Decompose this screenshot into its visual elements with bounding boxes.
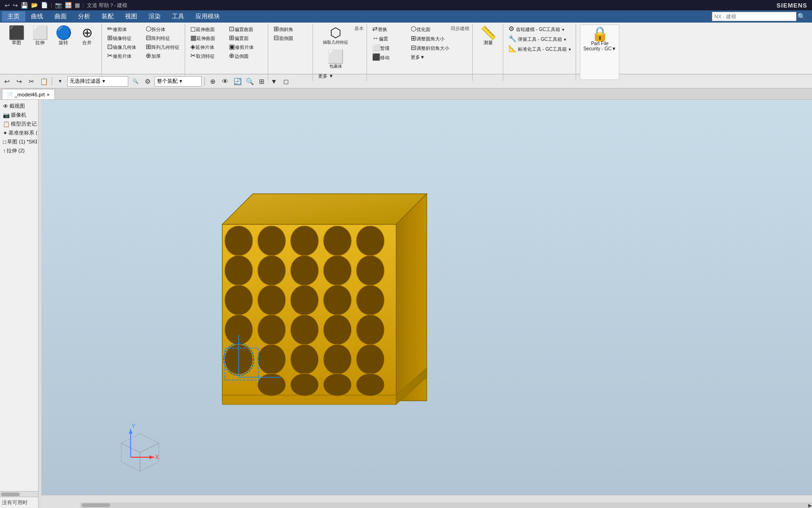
undo-icon[interactable]: ↩ [5,2,10,9]
spring-tool-button[interactable]: 🔧 弹簧工具 - GC工具箱 ▼ [507,34,573,43]
left-hscrollbar[interactable] [0,491,38,497]
more-sync-button[interactable]: 更多▼ [409,54,447,61]
svg-point-31 [356,344,384,374]
wrap-button[interactable]: ⬜ 包裹体 [324,48,347,71]
edge-blend-button[interactable]: ⊕边倒圆 [227,51,265,60]
layout-icon[interactable]: ▦ [75,2,80,8]
face-blend-button[interactable]: ⊟面倒圆 [272,33,310,42]
offset-sync-button[interactable]: ↔偏置 [371,34,408,43]
extract-geometry-button[interactable]: ⬡ 抽取几何特征 [320,24,351,48]
trim-sheet-button[interactable]: ▣修剪片体 [227,42,265,51]
sketch-button[interactable]: ⬛ 草图 [5,24,28,80]
mirror-geometry-button[interactable]: ⊡镜像几何体 [106,42,143,51]
left-hscrollbar-thumb[interactable] [1,492,20,496]
tb-orient-icon[interactable]: 🔄 [232,76,242,87]
new-icon[interactable]: 📄 [41,2,48,8]
part-file-security-button[interactable]: 🔒 Part File Security - GC▼ [580,24,619,80]
optimize-face-button[interactable]: ⬡优化面 [409,24,447,33]
more-basic-button[interactable]: 更多 ▼ [317,72,354,80]
file-tab-close[interactable]: × [47,92,49,97]
offset-surface-button[interactable]: ⊡偏置曲面 [227,24,265,33]
search-icon[interactable]: 🔍 [797,13,805,20]
tree-item-section-view[interactable]: 👁 截视图 [1,102,37,111]
file-tab[interactable]: 📄 _model46.prt × [2,89,55,99]
trim-body-button[interactable]: ✏修剪体 [106,24,143,33]
resize-chamfer-button[interactable]: ⊟调整斜切角大小 [409,43,451,52]
tb-fit-icon[interactable]: ⊞ [257,76,267,87]
menu-render[interactable]: 渲染 [143,11,166,22]
revolve-button[interactable]: 🔵 旋转 [52,24,75,80]
split-body-button[interactable]: ⬡拆分体 [144,24,182,33]
camera-icon[interactable]: 📷 [55,2,62,8]
scroll-right-btn[interactable]: ▶ [808,503,812,508]
standard-tool-button[interactable]: 📐 标准化工具 - GC工具箱 ▼ [507,44,573,53]
window-icon[interactable]: 🪟 [65,2,72,8]
tb-more-icon[interactable]: ▼ [269,76,279,87]
pfs-line1: Part File [591,41,609,46]
tree-item-sketch-1[interactable]: □ 草图 (1) *SKET [1,137,37,146]
svg-point-10 [356,226,384,256]
thicken-button[interactable]: ⊕加厚 [144,51,182,60]
tb-undo-icon[interactable]: ↩ [2,76,12,87]
tb-cut-icon[interactable]: ✂ [26,76,37,87]
measure-button[interactable]: 📏 测量 [476,24,500,80]
remove-feature-button[interactable]: ✂取消特征 [189,51,226,60]
tb-icon3[interactable]: ⚙ [142,76,153,87]
trim-body-icon: ✏ [107,25,113,32]
menu-view[interactable]: 视图 [119,11,143,22]
tb-view-icon[interactable]: 👁 [220,76,230,87]
sketch-icon: ⬛ [8,26,25,40]
replace-button[interactable]: ⇄替换 [371,24,408,33]
pattern-geometry-button[interactable]: ⊞阵列几何特征 [144,42,182,51]
tree-item-model-history[interactable]: 📋 模型历史记录 [1,119,37,128]
chamfer-button[interactable]: ⊞倒斜角 [272,24,310,33]
extend-surface2-button[interactable]: ▦延伸曲面 [189,33,226,42]
save-icon[interactable]: 💾 [21,2,28,9]
svg-point-23 [290,315,319,345]
extrude-button[interactable]: ⬜ 拉伸 [28,24,52,80]
extrude-icon: ⬜ [32,26,48,40]
tb-icon2[interactable]: 🔍 [130,76,141,87]
menu-home[interactable]: 主页 [2,11,25,22]
mirror-feature-button[interactable]: ⊞镜像特征 [106,33,143,42]
gear-model-button[interactable]: ⚙ 齿轮建模 - GC工具箱 ▼ [507,24,573,33]
extend-surface2-icon: ▦ [190,34,196,41]
open-icon[interactable]: 📂 [31,2,38,8]
menu-modules[interactable]: 应用模块 [190,11,226,22]
tb-zoom-icon[interactable]: 🔍 [244,76,255,87]
menu-assembly[interactable]: 装配 [96,11,119,22]
resize-blend-button[interactable]: ⊞调整圆角大小 [409,34,447,43]
spring-tool-icon: 🔧 [508,35,516,42]
menu-analysis[interactable]: 分析 [72,11,96,22]
tb-redo-icon[interactable]: ↪ [14,76,24,87]
pattern-feature-button[interactable]: ⊟阵列特征 [144,33,182,42]
viewport[interactable]: Y X ▶ [41,100,812,508]
trim-sheet2-button[interactable]: ✂修剪片体 [106,51,143,60]
main-area: 👁 截视图 📷 摄像机 📋 模型历史记录 ✦ 基准坐标系 (0) □ 草图 (1… [0,100,812,508]
tree-item-extrude-2[interactable]: ↑ 拉伸 (2) [1,146,37,155]
tree-item-datum-csys[interactable]: ✦ 基准坐标系 (0) [1,128,37,137]
redo-icon[interactable]: ↪ [13,2,18,9]
tb-select-icon[interactable]: ◻ [281,76,291,87]
menu-curve[interactable]: 曲线 [25,11,49,22]
svg-point-18 [290,285,319,315]
postpone-button[interactable]: ⬜暂缓 [371,43,408,52]
offset-face-button[interactable]: ⊞偏置面 [227,33,265,42]
filter-dropdown[interactable]: 无选择过滤器 ▾ [67,76,128,87]
tab-row: 📄 _model46.prt × [0,88,812,100]
tree-item-camera[interactable]: 📷 摄像机 [1,111,37,119]
tb-snap-icon[interactable]: ⊕ [208,76,218,87]
h-scrollbar[interactable]: ▶ [80,502,812,508]
menu-surface[interactable]: 曲面 [49,11,72,22]
tb-filter-icon[interactable]: ▼ [55,76,65,87]
move-sync-button[interactable]: ⬛移动 [371,53,408,62]
offset-surface-icon: ⊡ [229,25,234,32]
menu-tools[interactable]: 工具 [166,11,190,22]
h-scrollbar-thumb[interactable] [82,503,110,507]
tb-copy-icon[interactable]: 📋 [39,76,49,87]
extend-surface-button[interactable]: ◻延伸曲面 [189,24,226,33]
extend-sheet-button[interactable]: ◈延伸片体 [189,42,226,51]
merge-button[interactable]: ⊕ 合并 [75,24,99,80]
assembly-dropdown[interactable]: 整个装配 ▾ [155,76,202,87]
search-input[interactable] [712,12,796,21]
